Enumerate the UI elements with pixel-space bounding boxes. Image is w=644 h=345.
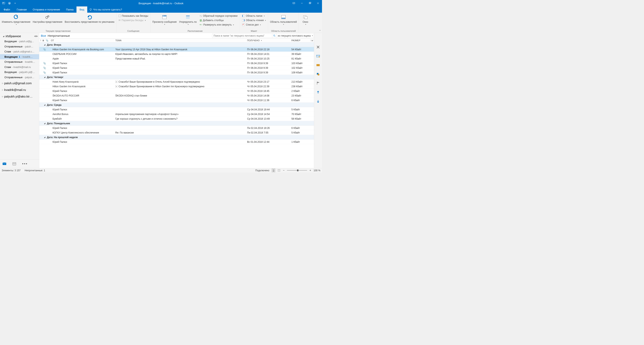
item-type-column-icon[interactable]: 🗎: [42, 39, 44, 42]
close-button[interactable]: [314, 0, 322, 6]
mail-row[interactable]: Юрий ПалюхВс 01.04.2018 12:441 Кбайт: [39, 140, 314, 144]
sidebar-folder-item[interactable]: Отправленные- paluh…: [0, 44, 39, 49]
mail-group-header[interactable]: ◢Дата: На прошлой неделе: [39, 135, 314, 140]
search-input[interactable]: [212, 34, 272, 37]
people-pane-button[interactable]: Область пользователей▾: [269, 13, 298, 26]
tab-view[interactable]: Вид: [76, 6, 87, 13]
menu-bar: Файл Главная Отправка и получение Папка …: [0, 6, 322, 13]
move-up-icon[interactable]: [316, 90, 320, 94]
mail-row[interactable]: КОГКУ Центр Комплексного обеспеченияRe: …: [39, 130, 314, 135]
mail-row[interactable]: Юрий ПалюхЧт 05.04.2018 18:452 Кбайт: [39, 89, 314, 93]
print-icon[interactable]: [8, 1, 11, 5]
search-scope-dropdown[interactable]: из текущего почтового ящика▾: [277, 33, 314, 37]
view-settings-button[interactable]: Настройка представления: [32, 13, 64, 24]
search-icon[interactable]: [272, 34, 276, 37]
filter-unread[interactable]: Непрочитанные: [48, 34, 70, 37]
filter-all[interactable]: Все: [41, 34, 46, 37]
mark-read-icon[interactable]: [316, 54, 320, 58]
delete-icon[interactable]: [316, 45, 320, 49]
mail-row[interactable]: Hotel Alsey Krasnoyarsk▸Спасибо! Ваше бр…: [39, 79, 314, 84]
mail-group-header[interactable]: ◢Дата: Четверг: [39, 75, 314, 79]
collapse-ribbon-button[interactable]: ⌃: [319, 29, 321, 32]
search-box: [212, 33, 277, 37]
mail-row[interactable]: Hilton Garden Inn Krasnoyarsk▸Спасибо! В…: [39, 84, 314, 89]
calendar-nav-icon[interactable]: [12, 162, 16, 165]
mark-unread-icon[interactable]: [316, 63, 320, 67]
mail-row[interactable]: Юрий ПалюхЧт 05.04.2018 11:366 Кбайт: [39, 98, 314, 102]
sidebar-account[interactable]: ▷kvadrik@mail.ru: [0, 86, 39, 93]
minimize-button[interactable]: [298, 0, 306, 6]
svg-rect-4: [9, 3, 10, 4]
more-nav-icon[interactable]: •••: [22, 162, 28, 166]
move-down-icon[interactable]: [316, 99, 320, 103]
reading-pane-button[interactable]: Область чтения▾: [242, 18, 267, 22]
sidebar-folder-item[interactable]: Входящие- palyukh.yi@…: [0, 69, 39, 75]
window-button[interactable]: Окно▾: [300, 13, 312, 26]
mail-row[interactable]: Aeroflot BonusАпрельские предложения пар…: [39, 112, 314, 116]
chevron-down-icon: ◢: [44, 136, 45, 138]
zoom-slider[interactable]: [287, 170, 307, 171]
importance-column-icon[interactable]: !: [40, 39, 41, 42]
sidebar-account[interactable]: ▷palyukh.yi@ako.kir…: [0, 93, 39, 100]
mail-nav-icon[interactable]: [2, 162, 6, 165]
tab-home[interactable]: Главная: [14, 6, 30, 13]
title-bar: ▼ Входящие - kvadrik@mail.ru - Outlook: [0, 0, 322, 6]
show-as-conversations-checkbox[interactable]: Показывать как беседы: [118, 14, 149, 18]
tab-file[interactable]: Файл: [0, 6, 14, 13]
sidebar-account[interactable]: ▷paluh.ui@gmail.com: [0, 80, 39, 86]
mail-group-header[interactable]: ◢Дата: Вчера: [39, 42, 314, 47]
mail-row[interactable]: БумбэйтГде хорошо отдохнуть с детьми и о…: [39, 116, 314, 121]
favorites-section[interactable]: ◢ Избранное ◀▶: [0, 33, 39, 39]
chevron-down-icon: ◢: [44, 122, 45, 124]
mail-group-header[interactable]: ◢Дата: Понедельник: [39, 121, 314, 126]
mail-row[interactable]: 📎Юрий ПалюхПт 06.04.2018 9:39109 Кбайт: [39, 70, 314, 75]
ribbon-display-icon[interactable]: [290, 0, 298, 6]
mail-row[interactable]: 📎Юрий ПалюхПт 06.04.2018 9:39102 Кбайт: [39, 65, 314, 70]
nav-next-icon[interactable]: ▶: [36, 35, 38, 37]
scroll-up-button[interactable]: ▲: [310, 40, 314, 41]
qa-dropdown-icon[interactable]: ▼: [13, 1, 17, 5]
mail-row[interactable]: AppleПредставляем новый iPad.Пт 06.04.20…: [39, 56, 314, 61]
from-column[interactable]: ОТ: [50, 39, 114, 42]
flag-icon[interactable]: [316, 81, 320, 85]
tab-send-receive[interactable]: Отправка и получение: [30, 6, 63, 13]
mail-group-header[interactable]: ◢Дата: Среда: [39, 102, 314, 107]
reset-view-button[interactable]: Восстановить представление по умолчанию: [64, 13, 116, 24]
folder-pane-button[interactable]: Область папок▾: [242, 14, 267, 18]
mail-row[interactable]: ŠKODA AUTO РОССИЯŠKODA KODIAQ стал ближе…: [39, 93, 314, 98]
mail-row[interactable]: Юрий ПалюхСр 04.04.2018 19:445 Кбайт: [39, 107, 314, 112]
sidebar-folder-item[interactable]: Отправленные- palyuk…: [0, 75, 39, 80]
expand-collapse-button[interactable]: +−Развернуть или свернуть▾: [199, 23, 238, 26]
view-normal-icon[interactable]: ▯: [272, 168, 275, 172]
sidebar-folder-item[interactable]: Входящие1- kvadrik…: [0, 54, 39, 59]
mail-row[interactable]: Юрий ПалюхПн 02.04.2018 18:266 Кбайт: [39, 126, 314, 130]
preview-badge-icon: ▸: [115, 81, 118, 83]
qa-save-icon[interactable]: [2, 1, 6, 5]
zoom-out-button[interactable]: −: [283, 169, 284, 172]
change-view-button[interactable]: Изменить представление▾: [0, 13, 32, 26]
view-reading-icon[interactable]: [278, 169, 280, 171]
arrange-by-button[interactable]: Упорядочить по▾: [178, 13, 198, 26]
message-preview-button[interactable]: Просмотр сообщения▾: [151, 13, 178, 26]
reverse-sort-button[interactable]: ↑↓Обратный порядок сортировки: [199, 14, 238, 18]
sidebar-folder-item[interactable]: Отправленные- kvadrik…: [0, 59, 39, 64]
sidebar-folder-item[interactable]: Спам- paluh.ui@gmail.c…: [0, 49, 39, 54]
sidebar-folder-item[interactable]: Входящие- paluh.ui@g…: [0, 39, 39, 44]
maximize-button[interactable]: [306, 0, 314, 6]
mail-row[interactable]: 📎Hilton Garden Inn Krasnoyarsk via Booki…: [39, 47, 314, 52]
size-column[interactable]: РАЗМЕР: [290, 39, 310, 42]
nav-prev-icon[interactable]: ◀: [34, 35, 36, 37]
mail-row[interactable]: СБЕРБАНК РОССИИЮрий Иванович, автомобиль…: [39, 52, 314, 56]
mail-row[interactable]: 📎Юрий ПалюхПт 06.04.2018 9:39103 Кбайт: [39, 61, 314, 65]
attachment-column-icon[interactable]: 📎: [46, 39, 48, 42]
tab-folder[interactable]: Папка: [63, 6, 76, 13]
sidebar-folder-item[interactable]: Спам- kvadrik@mail.ru: [0, 64, 39, 70]
add-columns-button[interactable]: ▥Добавить столбцы: [199, 18, 238, 22]
categorize-icon[interactable]: [316, 72, 320, 76]
received-column[interactable]: ПОЛУЧЕНО▾: [246, 39, 290, 42]
tell-me-search[interactable]: Что вы хотите сделать?: [87, 6, 124, 13]
svg-rect-41: [316, 64, 320, 66]
todo-bar-button[interactable]: Список дел▾: [242, 23, 267, 26]
zoom-in-button[interactable]: +: [310, 169, 311, 172]
subject-column[interactable]: ТЕМА: [114, 39, 246, 42]
